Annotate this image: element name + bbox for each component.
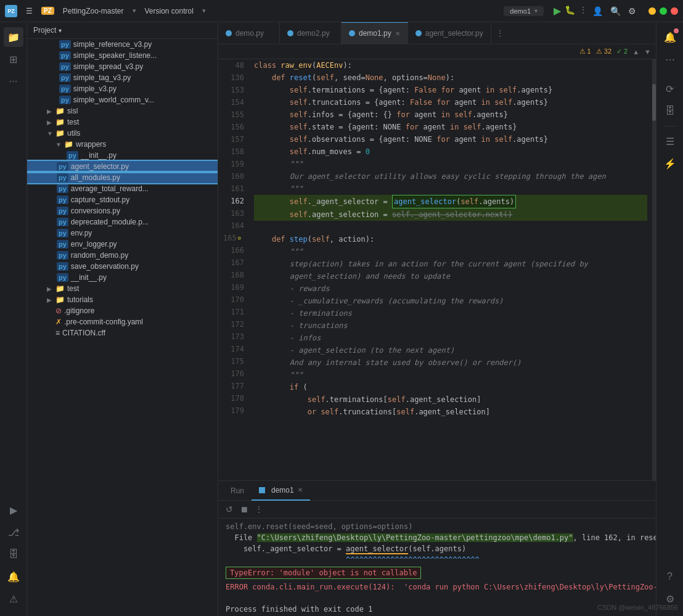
stop-button[interactable]: ⏹	[238, 503, 250, 515]
nav-up[interactable]: ▲	[632, 48, 639, 55]
run-tab-demo1[interactable]: demo1 ✕	[252, 481, 310, 501]
run-output-line: File "C:\Users\zhifeng\Desktop\ly\Pettin…	[226, 532, 648, 543]
list-item[interactable]: py conversions.py	[27, 205, 218, 216]
folder-arrow: ▶	[47, 119, 55, 126]
search-icon[interactable]: 🔍	[610, 6, 621, 16]
list-item[interactable]: py simple_spread_v3.py	[27, 61, 218, 72]
code-line: - terminations	[254, 307, 647, 319]
file-label: simple_speaker_listene...	[73, 51, 157, 60]
list-item[interactable]: py capture_stdout.py	[27, 194, 218, 205]
py-dot-icon	[287, 30, 293, 36]
py-file-icon: py	[67, 151, 78, 160]
code-line: or self.truncations[self.agent_selection…	[254, 406, 647, 418]
run-tab-run[interactable]: Run	[223, 481, 252, 501]
py-dot-icon	[226, 30, 232, 36]
panel1-icon[interactable]: ☰	[660, 131, 680, 151]
project-icon[interactable]: 📁	[4, 27, 23, 47]
editor-header-bar: ⚠ 1 ⚠ 32 ✓ 2 ▲ ▼	[218, 44, 656, 59]
list-item[interactable]: py env_logger.py	[27, 239, 218, 250]
code-line: self.infos = {agent: {} for agent in sel…	[254, 109, 647, 121]
list-item[interactable]: py average_total_reward...	[27, 183, 218, 194]
file-all-modules[interactable]: py all_modules.py	[27, 172, 218, 183]
project-name[interactable]: PettingZoo-master	[59, 6, 128, 17]
folder-test2[interactable]: ▶ 📁 test	[27, 283, 218, 294]
code-line: class raw_env(AECEnv):	[254, 59, 647, 72]
sync-icon[interactable]: ⟳	[660, 79, 680, 99]
problems-icon[interactable]: ⚠	[4, 589, 23, 609]
code-line: - agent_selection (to the next agent)	[254, 344, 647, 356]
file-citation[interactable]: ≡ CITATION.cff	[27, 327, 218, 339]
help-icon[interactable]: ?	[660, 567, 680, 586]
file-precommit[interactable]: ✗ .pre-commit-config.yaml	[27, 316, 218, 327]
maximize-button[interactable]	[660, 7, 667, 15]
watermark: CSDN @weixin_48766856	[597, 604, 678, 611]
py-file-icon: py	[57, 162, 68, 171]
tab-agent-selector[interactable]: agent_selector.py	[408, 22, 491, 44]
list-item[interactable]: py simple_v3.py	[27, 83, 218, 94]
tabs-more-button[interactable]: ⋮	[491, 29, 509, 38]
database-icon[interactable]: 🗄	[660, 101, 680, 121]
list-item[interactable]: py simple_reference_v3.py	[27, 39, 218, 50]
file-label: random_demo.py	[71, 251, 128, 260]
folder-tutorials[interactable]: ▶ 📁 tutorials	[27, 294, 218, 305]
folder-wrappers[interactable]: ▼ 📁 wrappers	[27, 139, 218, 150]
code-line: And any internal state used by observe()…	[254, 356, 647, 369]
tab-demo2[interactable]: demo2.py	[280, 22, 342, 44]
debug-button[interactable]: 🐛	[565, 5, 575, 17]
notification-icon[interactable]: 🔔	[4, 567, 23, 586]
file-label: __init__.py	[71, 273, 107, 282]
highlight-box: agent_selector(self.agents)	[392, 195, 516, 208]
list-item[interactable]: py simple_tag_v3.py	[27, 72, 218, 83]
run-output-exit: Process finished with exit code 1	[226, 604, 648, 615]
more-button[interactable]: ⋮	[579, 5, 587, 17]
folder-label: wrappers	[76, 140, 106, 149]
account-icon[interactable]: 👤	[592, 6, 603, 16]
folder-icon: 📁	[55, 118, 65, 126]
list-item[interactable]: py random_demo.py	[27, 250, 218, 261]
run-button[interactable]: ▶	[554, 5, 561, 17]
git-icon[interactable]: ⎇	[4, 522, 23, 542]
run-output-line: self.env.reset(seed=seed, options=option…	[226, 521, 648, 532]
hamburger-menu[interactable]: ☰	[22, 6, 36, 17]
check-count: ✓ 2	[616, 47, 628, 55]
close-button[interactable]	[671, 7, 678, 15]
tab-demo1[interactable]: demo1.py ✕	[342, 22, 408, 44]
list-item[interactable]: py save_observation.py	[27, 261, 218, 272]
settings-icon[interactable]: ⚙	[628, 6, 636, 16]
list-item[interactable]: py simple_world_comm_v...	[27, 94, 218, 105]
more-run-button[interactable]: ⋮	[253, 503, 265, 515]
list-item[interactable]: py __init__.py	[27, 150, 218, 161]
tab-demo[interactable]: demo.py	[218, 22, 280, 44]
file-label: CITATION.cff	[62, 329, 105, 337]
file-agent-selector[interactable]: py agent_selector.py	[27, 161, 218, 172]
tab-close-icon[interactable]: ✕	[395, 30, 400, 37]
version-control-menu[interactable]: Version control	[141, 6, 197, 17]
file-gitignore[interactable]: ⊘ .gitignore	[27, 305, 218, 316]
minimize-button[interactable]	[648, 7, 656, 15]
run-config[interactable]: demo1 ▾	[504, 6, 544, 16]
folder-utils[interactable]: ▼ 📁 utils	[27, 128, 218, 139]
right-more-icon[interactable]: ⋯	[660, 49, 680, 69]
folder-test[interactable]: ▶ 📁 test	[27, 117, 218, 128]
code-content[interactable]: class raw_env(AECEnv): def reset(self, s…	[249, 59, 652, 480]
more-tools-icon[interactable]: ···	[4, 72, 23, 91]
list-item[interactable]: py __init__.py	[27, 272, 218, 283]
folder-sisl[interactable]: ▶ 📁 sisl	[27, 105, 218, 117]
py-file-icon: py	[57, 262, 68, 271]
nav-down[interactable]: ▼	[644, 48, 651, 55]
code-line: def step(self, action):	[254, 233, 647, 245]
code-line: self.num_moves = 0	[254, 146, 647, 158]
run-icon[interactable]: ▶	[4, 500, 23, 520]
rerun-button[interactable]: ↺	[223, 503, 235, 515]
panel2-icon[interactable]: ⚡	[660, 154, 680, 173]
run-tab-close-icon[interactable]: ✕	[298, 487, 303, 493]
db-icon[interactable]: 🗄	[4, 544, 23, 564]
list-item[interactable]: py deprecated_module.p...	[27, 216, 218, 228]
list-item[interactable]: py env.py	[27, 228, 218, 239]
notifications-icon[interactable]: 🔔	[660, 27, 680, 47]
project-chevron: ▾	[59, 27, 62, 34]
notification-badge	[674, 28, 679, 33]
list-item[interactable]: py simple_speaker_listene...	[27, 50, 218, 61]
structure-icon[interactable]: ⊞	[4, 49, 23, 69]
code-editor[interactable]: 48 136 153 154 155 156 157 158 159 160 1…	[218, 59, 656, 480]
